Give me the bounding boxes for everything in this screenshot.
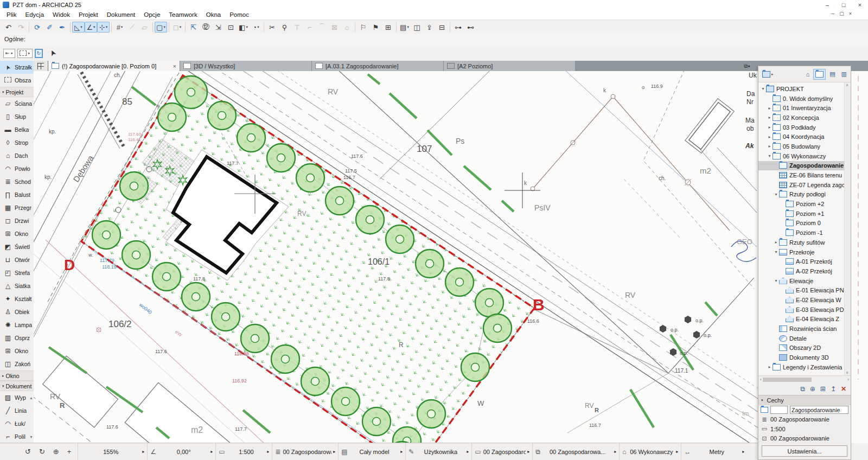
marquee-tool-button[interactable]: ▢▾ (155, 22, 167, 33)
tree-item[interactable]: A-01 Przekrój (758, 257, 851, 266)
fillet-tool-button[interactable]: ⌒ (316, 22, 328, 33)
tree-item[interactable]: Poziom 0 (758, 219, 851, 228)
sheet-tool-button[interactable]: ▱ (138, 22, 151, 33)
tree-item[interactable]: E-02 Elewacja W (758, 295, 851, 305)
statusbar-orientation[interactable]: ∠0,00°▸ (147, 443, 215, 460)
toolbox-item-zakoń[interactable]: ◫Zakoń (0, 357, 34, 370)
toolbox-item-okno[interactable]: ⊞Okno (0, 227, 34, 240)
statusbar-drawing-reference[interactable]: ⧉00 Zagospodarowa...▸ (532, 443, 619, 460)
tree-item[interactable]: Obszary 2D (758, 343, 851, 353)
marquee-mode-button[interactable]: ▸ (17, 49, 33, 58)
tab-3[interactable]: [A.03.1 Zagospodarowanie] (312, 61, 444, 71)
toolbox-item-obiek[interactable]: ♙Obiek (0, 305, 34, 318)
toolbox-item-łuk/[interactable]: ◠Łuk/ (0, 417, 34, 430)
tree-hscrollbar[interactable]: ‹› (758, 376, 851, 383)
statusbar-dimension-style[interactable]: ▭00 Zagospodarowa...▸ (471, 443, 532, 460)
home-tool-button[interactable]: ⌂ (341, 22, 353, 33)
tree-item[interactable]: Zagospodarowanie (758, 161, 851, 171)
doc-close-button[interactable]: × (849, 11, 852, 16)
tree-item[interactable]: ▸Rzuty sufitów (758, 238, 851, 247)
statusbar-working-units[interactable]: ↔Metry▸ (681, 443, 747, 460)
trim-tool-button[interactable]: ⊤ (291, 22, 303, 33)
menu-edycja[interactable]: Edycja (21, 11, 49, 18)
toolbox-item-otwór[interactable]: ⊔Otwór (0, 253, 34, 266)
tab-4[interactable]: [A2 Poziomo] (444, 61, 576, 71)
tree-item[interactable]: ▸Legendy i Zestawienia (758, 362, 851, 372)
tree-item[interactable]: Dokumenty 3D (758, 353, 851, 362)
toolbox-item-siatka[interactable]: △Siatka (0, 279, 34, 292)
tree-item[interactable]: ▸05 Budowlany (758, 142, 851, 151)
menu-pomoc[interactable]: Pomoc (225, 11, 253, 18)
close-button[interactable]: × (852, 0, 868, 10)
toolbox-item-słup[interactable]: ▯Słup (0, 110, 34, 123)
homeplus-tool-button[interactable]: ⊞ (382, 22, 394, 33)
tree-item[interactable]: E-01 Elewacja PN (758, 285, 851, 295)
tree-item[interactable]: Detale (758, 334, 851, 343)
tab-1[interactable]: (!) Zagospodarowanie [0. Poziom 0]× (48, 61, 180, 71)
statusbar-view-folder[interactable]: ⌂06 Wykonawczy▸ (619, 443, 681, 460)
drag-tool-button[interactable]: ⇱ (187, 22, 200, 33)
tree-item[interactable]: ▸04 Koordynacja (758, 132, 851, 142)
gridset-tool-button[interactable]: ⊟ (436, 22, 448, 33)
pick-tool-button[interactable]: ✐ (43, 22, 56, 33)
new-folder-button[interactable]: ⊞ (820, 385, 826, 393)
tree-item[interactable]: ZE-07 Legenda zagospo (758, 180, 851, 190)
coords-tool-button[interactable]: ⊹▾ (97, 22, 110, 33)
toolbox-item-schod[interactable]: ≣Schod (0, 175, 34, 188)
selection-mode-button[interactable]: ⇤▸ (3, 49, 15, 58)
save-view-button[interactable]: ↥ (831, 385, 836, 393)
toolbox-item-kształt[interactable]: ✦Kształt (0, 292, 34, 305)
view-name-field[interactable]: Zagospodarowanie (790, 406, 848, 414)
lock-tool-button[interactable]: ◻▾ (171, 22, 183, 33)
menu-okna[interactable]: Okna (202, 11, 226, 18)
toolbox-item-drzwi[interactable]: ◻Drzwi (0, 214, 34, 227)
toolbox-item-strzałk[interactable]: ➤Strzałk (0, 61, 34, 74)
view-id-field[interactable] (770, 406, 788, 414)
menu-teamwork[interactable]: Teamwork (164, 11, 201, 18)
snap-tool-button[interactable]: ∠▾ (85, 22, 97, 33)
tree-item[interactable]: ▸01 Inwentaryzacja (758, 103, 851, 113)
grid-tool-button[interactable]: #▾ (113, 22, 126, 33)
boxsel-tool-button[interactable]: ⊡ (225, 22, 237, 33)
orbit-tool-button[interactable]: ⟳ (31, 22, 43, 33)
tree-item[interactable]: E-03 Elewacja PD (758, 305, 851, 315)
magnet-toggle-button[interactable]: ↻ (35, 49, 43, 58)
toolbox-item-strop[interactable]: ◊Strop (0, 136, 34, 149)
rotgrid-tool-button[interactable]: ⟋ (126, 22, 138, 33)
tree-item[interactable]: ▸03 Podkłady (758, 123, 851, 132)
upload-tool-button[interactable]: ⇪ (423, 22, 436, 33)
minimize-button[interactable]: – (819, 0, 835, 10)
doc-minimize-button[interactable]: ─ (831, 11, 834, 16)
toolbox-item-ściana[interactable]: ▱Ściana (0, 97, 34, 110)
project-chooser-button[interactable]: ▸ (760, 69, 776, 80)
toolbox-item-okno[interactable]: ⊞Okno (0, 344, 34, 357)
flag-tool-button[interactable]: ⚐ (357, 22, 369, 33)
toolbox-item-polil[interactable]: ⌐Polil▼ (0, 430, 34, 443)
menu-dokument[interactable]: Dokument (103, 11, 139, 18)
tree-item[interactable]: Poziom -1 (758, 228, 851, 238)
redo-tool-button[interactable]: ↷ (15, 22, 27, 33)
inject-tool-button[interactable]: ✒ (56, 22, 68, 33)
menu-projekt[interactable]: Projekt (74, 11, 103, 18)
doc-restore-button[interactable]: ▢ (839, 11, 844, 16)
tab-2[interactable]: [3D / Wszystko] (180, 61, 312, 71)
flagplus-tool-button[interactable]: ⚑ (369, 22, 382, 33)
menu-widok[interactable]: Widok (48, 11, 74, 18)
statusbar-zoom-level[interactable]: 155%▸ (78, 443, 147, 460)
view-map-button[interactable] (813, 69, 826, 80)
tree-item[interactable]: 0. Widok domyślny (758, 94, 851, 104)
toolbox-group-okno[interactable]: ▸Okno (0, 370, 34, 381)
toolbox-item-osprz[interactable]: ▥Osprz (0, 331, 34, 344)
zoom-in-icon[interactable]: ⊕ (53, 448, 59, 456)
menu-opcje[interactable]: Opcje (139, 11, 164, 18)
statusbar-scale[interactable]: ▭1:500▸ (215, 443, 272, 460)
tree-item[interactable]: ZE-06 Bilans terenu (758, 170, 851, 180)
statusbar-structure-filter[interactable]: ▤Cały model▸ (338, 443, 405, 460)
layout-book-button[interactable]: ▤ (827, 69, 837, 80)
tab-close-icon[interactable]: × (170, 63, 176, 69)
rotate-tool-button[interactable]: ◔▾ (250, 22, 262, 33)
link-tool-button[interactable]: ⊶ (452, 22, 464, 33)
zoomsel-tool-button[interactable]: ⚲ (278, 22, 291, 33)
tree-item[interactable]: Rozwinięcia ścian (758, 324, 851, 334)
tree-item[interactable]: Poziom +2 (758, 199, 851, 209)
